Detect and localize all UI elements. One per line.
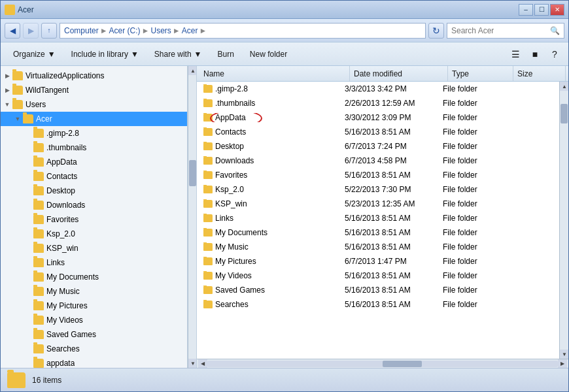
expand-icon[interactable] [24,129,32,137]
tree-item[interactable]: appdata [1,356,187,368]
column-headers: Name Date modified Type Size [197,66,568,82]
tree-item[interactable]: Downloads [1,198,187,212]
up-button[interactable]: ↑ [41,23,57,39]
table-row[interactable]: My Music5/16/2013 8:51 AMFile folder [197,240,559,254]
table-row[interactable]: Desktop6/7/2013 7:24 PMFile folder [197,139,559,154]
tree-item[interactable]: .gimp-2.8 [1,126,187,140]
tree-item[interactable]: Saved Games [1,327,187,342]
tree-item[interactable]: My Pictures [1,299,187,313]
horizontal-scrollbar[interactable]: ◀ ▶ [197,359,568,368]
view-toggle-button[interactable]: ■ [526,46,543,63]
tree-item[interactable]: Desktop [1,184,187,198]
tree-item[interactable]: My Videos [1,313,187,327]
expand-icon[interactable] [24,230,32,238]
expand-icon[interactable] [24,302,32,310]
table-row[interactable]: KSP_win5/23/2013 12:35 AMFile folder [197,197,559,211]
tree-item[interactable]: Searches [1,342,187,356]
include-library-button[interactable]: Include in library ▼ [64,46,146,63]
expand-icon[interactable]: ▼ [3,101,11,108]
left-panel-wrapper: ▶VirtualizedApplications▶WildTangent▼Use… [1,66,197,368]
tree-item[interactable]: My Documents [1,270,187,284]
tree-item[interactable]: ▶VirtualizedApplications [1,69,187,83]
table-row[interactable]: Downloads6/7/2013 4:58 PMFile folder [197,154,559,168]
expand-icon[interactable]: ▶ [3,72,11,80]
col-header-size[interactable]: Size [513,66,566,81]
file-list[interactable]: .gimp-2.83/3/2013 3:42 PMFile folder.thu… [197,82,559,359]
refresh-button[interactable]: ↻ [428,23,444,39]
tree-item[interactable]: .thumbnails [1,140,187,155]
table-row[interactable]: My Pictures6/7/2013 1:47 PMFile folder [197,254,559,269]
path-drive[interactable]: Acer (C:) [109,26,141,35]
table-row[interactable]: Contacts5/16/2013 8:51 AMFile folder [197,125,559,139]
tree-item[interactable]: ▼Acer [1,112,187,126]
tree-item[interactable]: ▼Users [1,97,187,112]
expand-icon[interactable]: ▶ [3,86,11,94]
tree-item[interactable]: My Music [1,284,187,299]
expand-icon[interactable] [24,287,32,295]
table-row[interactable]: .gimp-2.83/3/2013 3:42 PMFile folder [197,82,559,96]
h-scroll-left[interactable]: ◀ [198,359,207,368]
scroll-down-button[interactable]: ▼ [188,359,197,368]
tree-item[interactable]: Favorites [1,212,187,227]
table-row[interactable]: My Videos5/16/2013 8:51 AMFile folder [197,269,559,283]
share-with-button[interactable]: Share with ▼ [147,46,209,63]
tree-item[interactable]: KSP_win [1,241,187,255]
new-folder-label: New folder [250,50,287,59]
view-options-button[interactable]: ☰ [507,46,524,63]
tree-item[interactable]: AppData [1,155,187,169]
table-row[interactable]: .thumbnails2/26/2013 12:59 AMFile folder [197,96,559,110]
table-row[interactable]: AppData3/30/2012 3:09 PMFile folder [197,110,559,125]
path-users[interactable]: Users [150,26,171,35]
burn-button[interactable]: Burn [210,46,241,63]
table-row[interactable]: Searches5/16/2013 8:51 AMFile folder [197,297,559,312]
right-scroll-down[interactable]: ▼ [560,350,568,359]
close-button[interactable]: ✕ [550,4,564,16]
expand-icon[interactable] [24,158,32,166]
h-scroll-right[interactable]: ▶ [558,359,567,368]
expand-icon[interactable] [24,201,32,209]
expand-icon[interactable]: ▼ [14,115,22,123]
table-row[interactable]: Favorites5/16/2013 8:51 AMFile folder [197,168,559,182]
maximize-button[interactable]: ☐ [534,4,549,16]
expand-icon[interactable] [24,187,32,195]
file-modified-cell: 5/16/2013 8:51 AM [341,242,439,252]
expand-icon[interactable] [24,259,32,267]
expand-icon[interactable] [24,144,32,152]
tree-item[interactable]: Contacts [1,169,187,184]
table-row[interactable]: Ksp_2.05/22/2013 7:30 PMFile folder [197,182,559,197]
tree-item[interactable]: ▶WildTangent [1,83,187,97]
tree-item[interactable]: Links [1,255,187,270]
path-acer[interactable]: Acer [182,26,198,35]
expand-icon[interactable] [24,359,32,367]
right-scroll-up[interactable]: ▲ [560,82,568,91]
expand-icon[interactable] [24,172,32,180]
expand-icon[interactable] [24,316,32,324]
new-folder-button[interactable]: New folder [243,46,294,63]
expand-icon[interactable] [24,273,32,281]
col-header-type[interactable]: Type [448,66,513,81]
table-row[interactable]: My Documents5/16/2013 8:51 AMFile folder [197,225,559,240]
path-computer[interactable]: Computer [64,26,99,35]
expand-icon[interactable] [24,216,32,223]
help-button[interactable]: ? [546,46,563,63]
tree-item[interactable]: Ksp_2.0 [1,227,187,241]
expand-icon[interactable] [24,345,32,353]
expand-icon[interactable] [24,331,32,338]
col-header-modified[interactable]: Date modified [350,66,448,81]
address-path[interactable]: Computer ► Acer (C:) ► Users ► Acer ► [60,23,426,39]
organize-button[interactable]: Organize ▼ [6,46,63,63]
back-button[interactable]: ◀ [5,23,20,39]
col-header-name[interactable]: Name [199,66,350,81]
search-input[interactable] [451,26,550,35]
folder-icon [33,316,44,325]
table-row[interactable]: Links5/16/2013 8:51 AMFile folder [197,211,559,225]
forward-button[interactable]: ▶ [23,23,39,39]
table-row[interactable]: Saved Games5/16/2013 8:51 AMFile folder [197,283,559,297]
scroll-up-button[interactable]: ▲ [188,66,197,75]
folder-icon [33,229,44,238]
right-scrollbar[interactable]: ▲ ▼ [559,82,568,359]
minimize-button[interactable]: – [519,4,533,16]
left-panel-scroll[interactable]: ▶VirtualizedApplications▶WildTangent▼Use… [1,66,187,368]
expand-icon[interactable] [24,244,32,252]
left-scrollbar[interactable]: ▲ ▼ [188,66,197,368]
